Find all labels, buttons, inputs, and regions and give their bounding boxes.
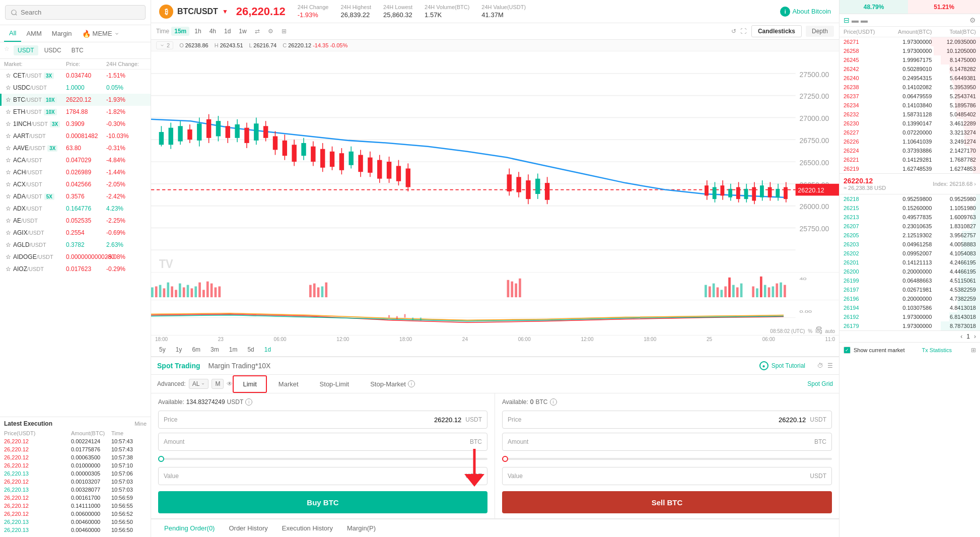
refresh-icon[interactable]: ↺ bbox=[730, 27, 737, 36]
coin-tab-btc[interactable]: BTC bbox=[67, 45, 88, 55]
list-item[interactable]: ☆ACA/USDT 0.047029 -4.84% bbox=[0, 154, 151, 166]
ob-row-sell[interactable]: 262270.072200003.3213274 bbox=[839, 128, 980, 137]
buy-price-field[interactable] bbox=[194, 416, 465, 424]
sell-slider-thumb[interactable] bbox=[502, 456, 508, 462]
order-type-stop-market[interactable]: Stop-Market i bbox=[361, 376, 425, 392]
tab-amm[interactable]: AMM bbox=[21, 26, 46, 41]
star-icon[interactable]: ☆ bbox=[4, 45, 10, 55]
buy-value-field[interactable] bbox=[194, 473, 465, 480]
ob-row-buy[interactable]: 262020.099520074.1054083 bbox=[839, 249, 980, 258]
view-depth-btn[interactable]: Depth bbox=[806, 26, 834, 37]
time-btn-1w[interactable]: 1w bbox=[236, 27, 249, 36]
sell-available-info-icon[interactable]: i bbox=[550, 398, 557, 406]
sell-value-field[interactable] bbox=[538, 473, 810, 480]
ob-row-buy[interactable]: 262150.152600001.1051980 bbox=[839, 204, 980, 213]
time-btn-4h[interactable]: 4h bbox=[206, 27, 219, 36]
search-box[interactable] bbox=[5, 5, 146, 20]
list-item[interactable]: ☆AART/USDT 0.00081482 -10.03% bbox=[0, 130, 151, 142]
buy-amount-field[interactable] bbox=[194, 438, 470, 446]
sell-price-field[interactable] bbox=[538, 416, 810, 424]
tp-btn-5d[interactable]: 5d bbox=[244, 345, 257, 354]
ob-row-sell[interactable]: 262711.9730000012.0935000 bbox=[839, 37, 980, 46]
info-icon[interactable]: i bbox=[408, 380, 415, 387]
ob-row-buy[interactable]: 261990.064886634.5115061 bbox=[839, 276, 980, 285]
ob-row-buy[interactable]: 262000.200000004.4466195 bbox=[839, 267, 980, 276]
buy-slider-track[interactable] bbox=[158, 458, 487, 460]
buy-btc-button[interactable]: Buy BTC bbox=[158, 491, 487, 513]
spot-trading-tab[interactable]: Spot Trading bbox=[157, 362, 200, 370]
tp-btn-1m[interactable]: 1m bbox=[226, 345, 241, 354]
order-type-market[interactable]: Market bbox=[269, 376, 308, 392]
bottom-tab-order-history[interactable]: Order History bbox=[222, 519, 274, 537]
view-candlesticks-btn[interactable]: Candlesticks bbox=[751, 25, 802, 37]
ob-sell-only-icon[interactable]: ▬ bbox=[861, 16, 868, 24]
time-btn-1d[interactable]: 1d bbox=[221, 27, 234, 36]
ob-row-buy[interactable]: 261960.200000004.7382259 bbox=[839, 294, 980, 303]
list-item[interactable]: ☆ACX/USDT 0.042566 -2.05% bbox=[0, 178, 151, 190]
ob-next-page-button[interactable]: › bbox=[974, 333, 976, 340]
ob-row-sell[interactable]: 262400.249543155.6449381 bbox=[839, 74, 980, 83]
ob-both-view-icon[interactable]: ⊟ bbox=[844, 16, 850, 24]
ob-row-sell[interactable]: 262321.587311285.0485402 bbox=[839, 110, 980, 119]
search-input[interactable] bbox=[21, 9, 140, 16]
trading-history-icon[interactable]: ⏱ bbox=[817, 362, 823, 369]
ob-row-buy[interactable]: 261940.103075864.8413018 bbox=[839, 303, 980, 312]
ob-prev-page-button[interactable]: ‹ bbox=[960, 333, 962, 340]
trading-list-icon[interactable]: ☰ bbox=[827, 362, 833, 369]
settings-icon[interactable]: ⚙ bbox=[265, 27, 276, 36]
mine-toggle[interactable]: Mine bbox=[134, 421, 147, 427]
spot-tutorial-button[interactable]: ● Spot Tutorial bbox=[759, 361, 805, 370]
ob-row-sell[interactable]: 262370.064795595.2543741 bbox=[839, 92, 980, 101]
ob-row-buy[interactable]: 261921.973000006.8143018 bbox=[839, 312, 980, 321]
m-badge[interactable]: M bbox=[212, 379, 224, 389]
ob-row-sell[interactable]: 262261.106410393.2491274 bbox=[839, 137, 980, 146]
al-badge[interactable]: AL bbox=[189, 379, 209, 389]
time-btn-15m[interactable]: 15m bbox=[171, 27, 189, 36]
eye-icon[interactable]: 👁 bbox=[227, 380, 233, 387]
margin-trading-tab[interactable]: Margin Trading*10X bbox=[208, 362, 271, 370]
list-item[interactable]: ☆1INCH/USDT3X 0.3909 -0.30% bbox=[0, 118, 151, 130]
list-item[interactable]: ☆ADA/USDT5X 0.3576 -2.42% bbox=[0, 190, 151, 203]
list-item[interactable]: ☆ADX/USDT 0.164776 4.23% bbox=[0, 203, 151, 215]
compare-icon[interactable]: ⇄ bbox=[252, 27, 263, 36]
tp-btn-5y[interactable]: 5y bbox=[156, 345, 169, 354]
tp-btn-3m[interactable]: 3m bbox=[207, 345, 222, 354]
ob-row-buy[interactable]: 262070.230106351.8310827 bbox=[839, 222, 980, 231]
order-type-limit[interactable]: Limit bbox=[233, 375, 266, 393]
list-item[interactable]: ☆AGLD/USDT 0.3782 2.63% bbox=[0, 239, 151, 251]
about-bitcoin-button[interactable]: i About Bitcoin bbox=[780, 7, 831, 17]
buy-available-info-icon[interactable]: i bbox=[245, 398, 252, 406]
ob-row-buy[interactable]: 262180.952598000.9525980 bbox=[839, 194, 980, 204]
more-charts-icon[interactable]: ⊞ bbox=[278, 27, 290, 36]
sell-slider-track[interactable] bbox=[502, 458, 832, 460]
order-type-stop-limit[interactable]: Stop-Limit bbox=[310, 376, 359, 392]
ob-row-sell[interactable]: 262380.141020825.3953950 bbox=[839, 83, 980, 92]
tx-statistics-button[interactable]: Tx Statistics bbox=[922, 347, 952, 353]
bottom-tab-execution-history[interactable]: Execution History bbox=[275, 519, 340, 537]
tp-btn-1d[interactable]: 1d bbox=[261, 345, 274, 354]
ob-row-buy[interactable]: 261970.026719814.5382259 bbox=[839, 285, 980, 294]
tab-all[interactable]: All bbox=[4, 25, 21, 42]
tab-margin[interactable]: Margin bbox=[47, 26, 77, 41]
ob-row-buy[interactable]: 262030.049612584.0058883 bbox=[839, 240, 980, 249]
list-item[interactable]: ☆AE/USDT 0.052535 -2.25% bbox=[0, 215, 151, 227]
list-item[interactable]: ☆USDC/USDT 1.0000 0.05% bbox=[0, 82, 151, 94]
ob-row-sell[interactable]: 262191.627485391.6274853 bbox=[839, 164, 980, 173]
show-current-market-checkbox[interactable]: ✓ bbox=[844, 347, 851, 354]
time-btn-1h[interactable]: 1h bbox=[191, 27, 204, 36]
tx-stats-icon[interactable]: ⊞ bbox=[971, 347, 976, 354]
ob-row-buy[interactable]: 262052.125193023.9562757 bbox=[839, 231, 980, 240]
list-item[interactable]: ☆AIOZ/USDT 0.017623 -0.29% bbox=[0, 263, 151, 275]
ob-row-buy[interactable]: 262010.141211134.2466195 bbox=[839, 258, 980, 267]
ob-row-sell[interactable]: 262300.139901473.4612289 bbox=[839, 119, 980, 128]
ob-settings-icon[interactable]: ⚙ bbox=[969, 16, 976, 24]
list-item-btc[interactable]: ☆BTC/USDT10X 26220.12 -1.93% bbox=[0, 94, 151, 106]
ob-row-sell[interactable]: 262340.141038405.1895786 bbox=[839, 101, 980, 110]
ob-row-sell[interactable]: 262581.9730000010.1205000 bbox=[839, 46, 980, 55]
buy-slider-thumb[interactable] bbox=[158, 456, 164, 462]
list-item[interactable]: ☆AIDOGE/USDT 0.0000000000280 -5.08% bbox=[0, 251, 151, 263]
list-item[interactable]: ☆ACH/USDT 0.026989 -1.44% bbox=[0, 166, 151, 178]
tp-btn-6m[interactable]: 6m bbox=[189, 345, 203, 354]
ob-buy-only-icon[interactable]: ▬ bbox=[852, 16, 859, 24]
ob-row-sell[interactable]: 262210.141292811.7687782 bbox=[839, 155, 980, 164]
